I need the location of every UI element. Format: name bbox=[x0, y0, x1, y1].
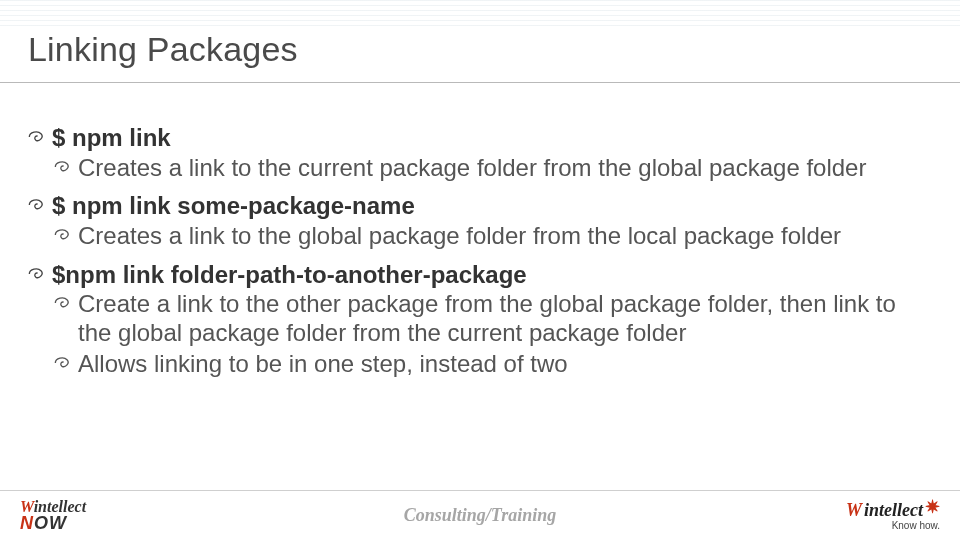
bullet-level-1: $ npm link bbox=[28, 124, 924, 152]
top-rule-pattern bbox=[0, 0, 960, 30]
swirl-bullet-icon bbox=[52, 226, 72, 244]
swirl-bullet-icon bbox=[26, 196, 46, 214]
command-text: $ npm link bbox=[52, 124, 171, 151]
description-text: Creates a link to the global package fol… bbox=[78, 222, 841, 249]
command-text: $npm link folder-path-to-another-package bbox=[52, 261, 527, 288]
bullet-group: $ npm link Creates a link to the current… bbox=[28, 124, 924, 182]
bullet-group: $npm link folder-path-to-another-package… bbox=[28, 261, 924, 379]
bullet-group: $ npm link some-package-name Creates a l… bbox=[28, 192, 924, 250]
gear-icon: ✷ bbox=[925, 498, 940, 516]
wintellect-now-logo: Wintellect NOW bbox=[20, 500, 86, 531]
command-text: $ npm link some-package-name bbox=[52, 192, 415, 219]
footer-tagline: Consulting/Training bbox=[404, 505, 556, 526]
description-text: Creates a link to the current package fo… bbox=[78, 154, 866, 181]
bullet-level-2: Creates a link to the global package fol… bbox=[28, 222, 924, 251]
bullet-level-1: $ npm link some-package-name bbox=[28, 192, 924, 220]
swirl-bullet-icon bbox=[52, 294, 72, 312]
description-text: Allows linking to be in one step, instea… bbox=[78, 350, 568, 377]
logo-subtitle: Know how. bbox=[846, 521, 940, 531]
description-text: Create a link to the other package from … bbox=[78, 290, 896, 346]
slide-content: $ npm link Creates a link to the current… bbox=[28, 118, 924, 389]
wintellect-logo: Wintellect✷ Know how. bbox=[846, 501, 940, 531]
bullet-level-2: Allows linking to be in one step, instea… bbox=[28, 350, 924, 379]
bullet-level-2: Create a link to the other package from … bbox=[28, 290, 924, 348]
swirl-bullet-icon bbox=[52, 354, 72, 372]
bullet-level-2: Creates a link to the current package fo… bbox=[28, 154, 924, 183]
swirl-bullet-icon bbox=[52, 158, 72, 176]
slide-title: Linking Packages bbox=[28, 30, 298, 69]
swirl-bullet-icon bbox=[26, 128, 46, 146]
title-underline bbox=[0, 82, 960, 83]
swirl-bullet-icon bbox=[26, 265, 46, 283]
bullet-level-1: $npm link folder-path-to-another-package bbox=[28, 261, 924, 289]
slide-footer: Wintellect NOW Consulting/Training Winte… bbox=[0, 490, 960, 540]
